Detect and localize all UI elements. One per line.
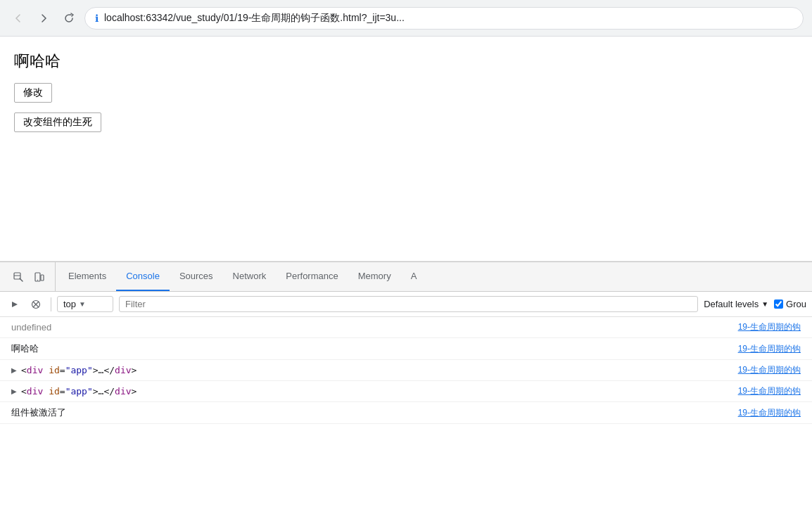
filter-input[interactable] [119,296,698,312]
reload-button[interactable] [59,8,79,28]
default-levels-dropdown[interactable]: Default levels ▼ [704,299,768,309]
address-bar[interactable]: ℹ localhost:63342/vue_study/01/19-生命周期的钩… [84,7,804,30]
console-source-link-1[interactable]: 19-生命周期的钩 [738,343,801,355]
group-similar-checkbox-group: Grou [774,299,806,309]
tab-memory[interactable]: Memory [348,262,401,291]
console-source-link-2[interactable]: 19-生命周期的钩 [738,364,801,376]
device-toolbar-icon[interactable] [30,267,49,287]
group-label: Grou [786,299,806,309]
tab-console[interactable]: Console [116,262,170,291]
page-title: 啊哈哈 [14,51,798,72]
clear-console-icon[interactable] [27,295,45,314]
console-row-left: ▶ <div id="app">…</div> [11,386,738,397]
svg-marker-4 [12,302,18,307]
devtools-tabs-bar: Elements Console Sources Network Perform… [0,262,812,292]
group-similar-checkbox[interactable] [774,299,783,309]
tab-elements[interactable]: Elements [58,262,116,291]
info-icon: ℹ [95,13,99,24]
forward-button[interactable] [34,8,53,28]
console-output: undefined 19-生命周期的钩 啊哈哈 19-生命周期的钩 ▶ <div… [0,317,812,509]
console-row-left: ▶ <div id="app">…</div> [11,365,738,375]
console-message-activated: 组件被激活了 [11,406,66,419]
console-row: ▶ <div id="app">…</div> 19-生命周期的钩 [0,360,812,381]
tab-sources[interactable]: Sources [170,262,223,291]
browser-chrome: ℹ localhost:63342/vue_study/01/19-生命周期的钩… [0,0,812,37]
back-button[interactable] [8,8,28,28]
expand-arrow-icon[interactable]: ▶ [11,387,17,395]
console-row-left: undefined [11,322,738,333]
inspect-element-icon[interactable] [8,267,28,287]
console-row-left: 啊哈哈 [11,342,738,355]
url-text: localhost:63342/vue_study/01/19-生命周期的钩子函… [104,12,405,25]
tab-more[interactable]: A [401,262,427,291]
console-message-undefined: undefined [11,322,51,333]
console-row: 组件被激活了 19-生命周期的钩 [0,402,812,424]
dropdown-arrow-icon: ▼ [79,300,86,308]
console-row-left: 组件被激活了 [11,406,738,419]
console-element-tag: <div id="app">…</div> [21,386,137,397]
devtools: Elements Console Sources Network Perform… [0,262,812,509]
context-value: top [63,299,76,309]
console-source-link-3[interactable]: 19-生命周期的钩 [738,385,801,397]
console-row: 啊哈哈 19-生命周期的钩 [0,338,812,360]
devtools-icon-group [3,262,56,291]
console-row: undefined 19-生命周期的钩 [0,317,812,338]
console-source-link-0[interactable]: 19-生命周期的钩 [738,321,801,333]
execute-script-icon[interactable] [6,295,24,314]
toolbar-divider [51,297,51,311]
page-content: 啊哈哈 修改 改变组件的生死 [0,37,812,262]
svg-point-3 [37,279,38,280]
context-selector[interactable]: top ▼ [57,296,113,312]
modify-button[interactable]: 修改 [14,83,52,103]
console-row: ▶ <div id="app">…</div> 19-生命周期的钩 [0,381,812,402]
levels-dropdown-icon: ▼ [761,300,768,308]
console-element-tag: <div id="app">…</div> [21,365,137,375]
lifecycle-button[interactable]: 改变组件的生死 [14,112,101,132]
console-message-text: 啊哈哈 [11,342,39,355]
console-toolbar: top ▼ Default levels ▼ Grou [0,292,812,317]
svg-rect-2 [41,275,44,281]
tab-network[interactable]: Network [223,262,277,291]
expand-arrow-icon[interactable]: ▶ [11,366,17,374]
tab-performance[interactable]: Performance [276,262,348,291]
console-source-link-4[interactable]: 19-生命周期的钩 [738,407,801,419]
